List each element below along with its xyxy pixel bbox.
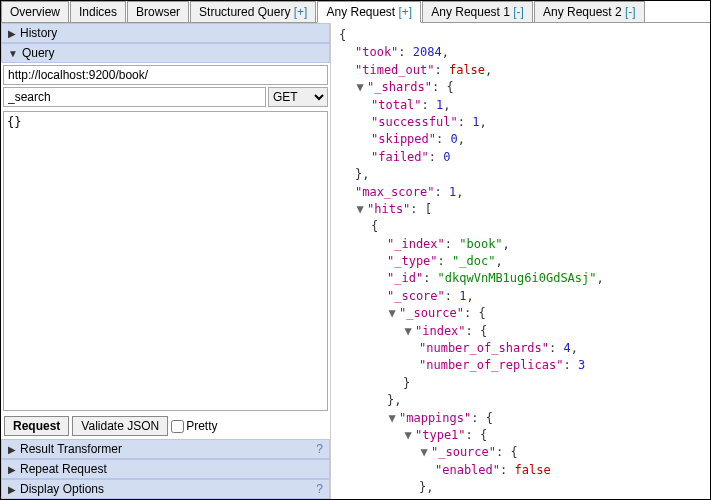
collapse-icon[interactable]: ▼ [355,79,365,96]
request-button[interactable]: Request [4,416,69,436]
collapse-icon[interactable]: ▼ [419,444,429,461]
json-output: { "took": 2084, "timed_out": false, ▼"_s… [331,23,710,499]
chevron-right-icon: ▶ [8,28,16,39]
remove-icon: [-] [513,5,524,19]
chevron-right-icon: ▶ [8,464,16,475]
validate-json-button[interactable]: Validate JSON [72,416,168,436]
pretty-checkbox[interactable] [171,420,184,433]
tab-browser[interactable]: Browser [127,1,189,22]
pretty-label[interactable]: Pretty [171,419,217,433]
section-history[interactable]: ▶History [1,23,330,43]
section-display-options[interactable]: ▶Display Options? [1,479,330,499]
collapse-icon[interactable]: ▼ [419,497,429,499]
section-result-transformer[interactable]: ▶Result Transformer? [1,439,330,459]
action-input[interactable] [3,87,266,107]
method-select[interactable]: GET [268,87,328,107]
chevron-right-icon: ▶ [8,444,16,455]
help-icon[interactable]: ? [316,442,323,456]
tab-bar: Overview Indices Browser Structured Quer… [1,1,710,23]
tab-overview[interactable]: Overview [1,1,69,22]
collapse-icon[interactable]: ▼ [355,201,365,218]
chevron-right-icon: ▶ [8,484,16,495]
collapse-icon[interactable]: ▼ [403,427,413,444]
chevron-down-icon: ▼ [8,48,18,59]
url-input[interactable] [3,65,328,85]
section-repeat-request[interactable]: ▶Repeat Request [1,459,330,479]
tab-structured-query[interactable]: Structured Query [+] [190,1,316,22]
tab-indices[interactable]: Indices [70,1,126,22]
body-textarea[interactable]: {} [3,111,328,411]
collapse-icon[interactable]: ▼ [387,305,397,322]
tab-any-request-2[interactable]: Any Request 2 [-] [534,1,645,22]
section-query[interactable]: ▼Query [1,43,330,63]
add-icon: [+] [294,5,308,19]
add-icon: [+] [399,5,413,19]
remove-icon: [-] [625,5,636,19]
tab-any-request-1[interactable]: Any Request 1 [-] [422,1,533,22]
help-icon[interactable]: ? [316,482,323,496]
collapse-icon[interactable]: ▼ [403,323,413,340]
left-panel: ▶History ▼Query GET {} Request Validate … [1,23,331,499]
tab-any-request[interactable]: Any Request [+] [317,1,421,23]
collapse-icon[interactable]: ▼ [387,410,397,427]
